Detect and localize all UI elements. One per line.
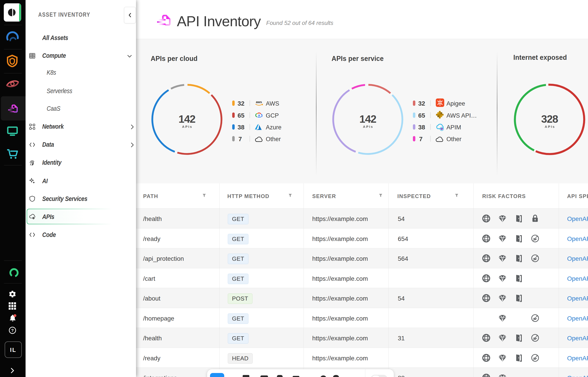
svg-text:aws: aws xyxy=(256,100,262,104)
svg-text:?: ? xyxy=(11,328,14,333)
